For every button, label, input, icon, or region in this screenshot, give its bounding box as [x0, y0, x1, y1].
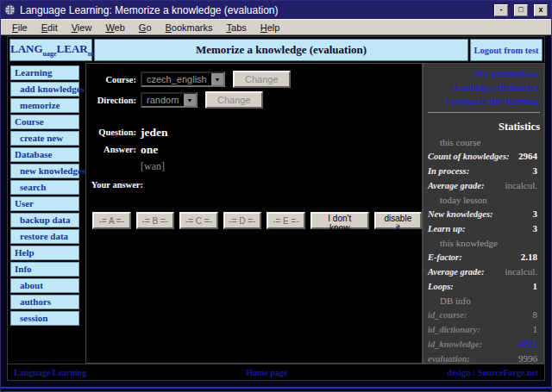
sidebar-item-backup-data[interactable]: backup data [10, 213, 79, 227]
stat-value: incalcul. [505, 266, 540, 277]
direction-label: Direction: [90, 96, 136, 105]
sidebar-item-session[interactable]: session [10, 311, 79, 326]
dont-know-button[interactable]: I don't know [310, 212, 369, 229]
maximize-button[interactable]: □ [514, 4, 528, 16]
menu-view[interactable]: View [65, 21, 99, 34]
stat-value: 9996 [518, 353, 540, 364]
course-label: Course: [90, 75, 136, 84]
menu-go[interactable]: Go [132, 21, 159, 34]
stat-label: id_knowledge: [428, 339, 482, 349]
your-answer-label: Your answer: [90, 180, 143, 190]
question-row: Question: jeden [90, 128, 422, 140]
window-bottom-border [1, 387, 551, 389]
stats-subheader-db-info: DB info [428, 296, 540, 306]
stat-in-process: In process: 3 [428, 165, 540, 176]
stat-e-factor: E-factor: 2.18 [428, 252, 540, 262]
window-title: Language Learning: Memorize a knowledge … [20, 4, 488, 16]
sidebar-item-restore-data[interactable]: restore data [10, 229, 79, 244]
stat-id-dictionary: id_dictionary: 1 [428, 324, 540, 334]
stat-label: Average grade: [428, 181, 484, 190]
main-area: Course: czech_english ▼ Change Direction… [85, 63, 423, 364]
course-select[interactable]: czech_english ▼ [141, 72, 225, 87]
menu-tabs[interactable]: Tabs [220, 21, 254, 34]
stat-average-grade-course: Average grade: incalcul. [428, 180, 540, 190]
close-button[interactable]: x [534, 4, 548, 16]
menu-file[interactable]: File [5, 21, 34, 34]
sidebar-item-create-new[interactable]: create new [10, 131, 79, 146]
configure-learning-link[interactable]: Configure this learning [428, 96, 539, 106]
grade-c-button[interactable]: -= C =- [179, 212, 218, 229]
sidebar-item-new-knowledges[interactable]: new knowledges [10, 164, 79, 178]
stat-label: Average grade: [428, 267, 484, 277]
direction-select[interactable]: random ▼ [141, 92, 198, 108]
window-icon [4, 4, 16, 16]
sidebar-item-course[interactable]: Course [10, 115, 79, 129]
stat-label: Count of knowledges: [428, 152, 510, 161]
stat-label: evaluation: [428, 354, 470, 364]
sidebar-item-add-knowledges[interactable]: add knowledges [10, 82, 79, 96]
title-bar: Language Learning: Memorize a knowledge … [1, 1, 551, 19]
pronunciation-text: [wan] [141, 160, 422, 173]
direction-select-value: random [147, 95, 179, 105]
logo-sub: uage [43, 50, 57, 58]
chevron-down-icon[interactable]: ▼ [211, 73, 223, 85]
browser-window: Language Learning: Memorize a knowledge … [0, 0, 552, 392]
stat-value: 1 [533, 281, 541, 291]
direction-row: Direction: random ▼ Change [90, 91, 422, 109]
page-header: LANGuageLEARning Memorize a knowledge (e… [8, 37, 544, 63]
sidebar-item-search[interactable]: search [10, 180, 79, 195]
sidebar-item-database[interactable]: Database [10, 147, 79, 162]
sidebar-item-help[interactable]: Help [10, 246, 79, 260]
sidebar-item-learning[interactable]: Learning [10, 65, 79, 80]
grade-d-button[interactable]: -= D =- [223, 212, 262, 229]
stat-label: Learn up: [428, 224, 465, 233]
footer-design-link[interactable]: design : SourceForge.net [447, 368, 538, 377]
menu-web[interactable]: Web [98, 21, 131, 34]
stat-label: id_course: [428, 310, 467, 320]
stat-count-of-knowledges: Count of knowledges: 2964 [428, 151, 540, 161]
app-logo[interactable]: LANGuageLEARning [9, 39, 92, 61]
stats-subheader-today-lesson: today lesson [428, 195, 540, 205]
minimize-button[interactable]: - [494, 4, 508, 16]
logo-part: LANG [10, 42, 43, 55]
course-select-value: czech_english [147, 74, 207, 84]
grade-a-button[interactable]: -= A =- [92, 212, 131, 229]
sidebar-item-user[interactable]: User [10, 196, 79, 211]
stat-label: id_dictionary: [428, 325, 480, 334]
grade-buttons-row: -= A =- -= B =- -= C =- -= D =- -= E =- … [92, 212, 422, 229]
sidebar-item-info[interactable]: Info [10, 262, 79, 277]
footer-home-link[interactable]: Home page [246, 368, 287, 377]
menu-edit[interactable]: Edit [34, 21, 65, 34]
logout-cell: Logout from test [470, 39, 543, 61]
left-sidebar: Learning add knowledges memorize Course … [8, 63, 85, 364]
course-change-button[interactable]: Change [233, 71, 291, 88]
grade-e-button[interactable]: -= E =- [267, 212, 305, 229]
id-knowledge-link[interactable]: 4721 [518, 339, 540, 349]
stat-value: 3 [533, 208, 541, 219]
menu-help[interactable]: Help [254, 21, 287, 34]
stat-value: 8 [533, 309, 541, 320]
stat-value: 3 [533, 223, 541, 233]
sidebar-item-authors[interactable]: authors [10, 295, 79, 309]
permissions-link[interactable]: My permissions [428, 68, 539, 78]
direction-change-button[interactable]: Change [205, 91, 263, 109]
content-columns: Learning add knowledges memorize Course … [8, 63, 544, 364]
menu-bookmarks[interactable]: Bookmarks [159, 21, 220, 34]
loading-dictionary-link[interactable]: Loading a dictionary [428, 82, 539, 92]
logout-link[interactable]: Logout from test [474, 46, 538, 55]
stat-evaluation: evaluation: 9996 [428, 353, 540, 364]
answer-row: Answer: one [90, 145, 422, 157]
stat-value: 3 [533, 165, 541, 176]
stats-subheader-this-course: this course [428, 137, 540, 147]
chevron-down-icon[interactable]: ▼ [184, 94, 196, 106]
page-content: LANGuageLEARning Memorize a knowledge (e… [7, 36, 545, 381]
footer-left-link[interactable]: Language Learning [14, 368, 86, 377]
sidebar-item-memorize[interactable]: memorize [10, 98, 79, 113]
grade-b-button[interactable]: -= B =- [136, 212, 175, 229]
your-answer-row: Your answer: [90, 180, 422, 190]
sidebar-item-about[interactable]: about [10, 278, 79, 293]
stat-loops: Loops: 1 [428, 281, 540, 291]
stat-label: E-factor: [428, 252, 462, 262]
menu-bar: File Edit View Web Go Bookmarks Tabs Hel… [1, 19, 551, 35]
disable-it-button[interactable]: disable it [374, 212, 422, 229]
